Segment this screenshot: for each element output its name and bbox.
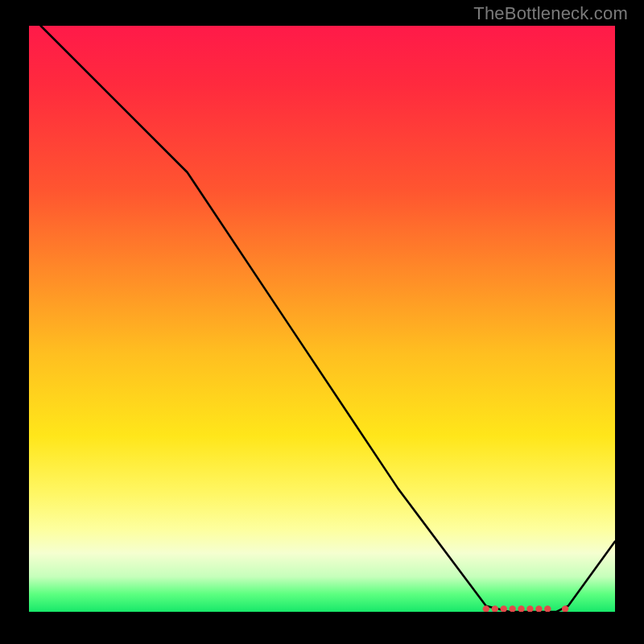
marker-dot [492, 605, 498, 612]
marker-dot [544, 605, 551, 612]
marker-dot [526, 605, 533, 612]
chart-container: TheBottleneck.com [0, 0, 644, 644]
chart-line-group [41, 26, 615, 612]
chart-line [41, 26, 615, 612]
marker-dot [509, 605, 515, 612]
marker-dot [501, 605, 507, 612]
watermark-text: TheBottleneck.com [473, 3, 628, 24]
marker-dot [518, 605, 524, 612]
marker-dot [535, 605, 542, 612]
chart-svg [29, 26, 615, 612]
plot-area [29, 26, 615, 612]
